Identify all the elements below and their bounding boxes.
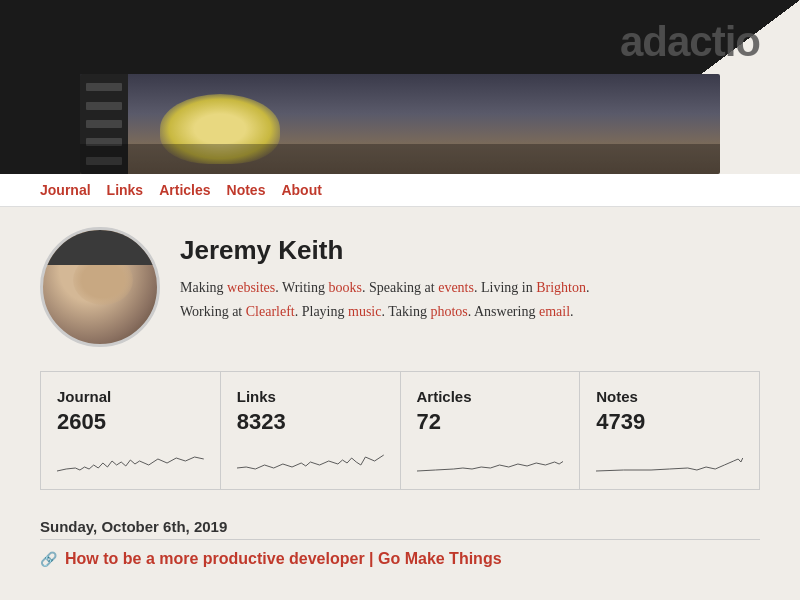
link-icon: 🔗 (40, 551, 57, 568)
stat-value-links: 8323 (237, 409, 384, 435)
bio-text-9: . Answering (468, 304, 539, 319)
filmstrip-hole (86, 83, 122, 91)
nav-journal[interactable]: Journal (40, 182, 91, 198)
bio-link-events[interactable]: events (438, 280, 474, 295)
bio-link-music[interactable]: music (348, 304, 381, 319)
bio-text-10: . (570, 304, 574, 319)
stat-label-notes: Notes (596, 388, 743, 405)
article-title-link[interactable]: How to be a more productive developer | … (65, 550, 502, 568)
profile-section: Jeremy Keith Making websites. Writing bo… (40, 227, 760, 347)
bio-link-brighton[interactable]: Brighton (536, 280, 586, 295)
bio-text-5: . (586, 280, 590, 295)
stat-card-journal: Journal 2605 (41, 372, 221, 490)
article-link-container: 🔗 How to be a more productive developer … (40, 550, 760, 568)
main-nav: Journal Links Articles Notes About (0, 174, 800, 207)
bio-link-books[interactable]: books (329, 280, 362, 295)
bio-link-clearleft[interactable]: Clearleft (246, 304, 295, 319)
bio-link-email[interactable]: email (539, 304, 570, 319)
filmstrip-hole (86, 102, 122, 110)
header: adactio (0, 0, 800, 174)
sparkline-links (237, 443, 384, 473)
nav-links[interactable]: Links (107, 182, 144, 198)
stat-value-articles: 72 (417, 409, 564, 435)
date-label: Sunday, October 6th, 2019 (40, 518, 760, 540)
stat-value-journal: 2605 (57, 409, 204, 435)
logo-text: adactio (620, 18, 760, 65)
stat-label-links: Links (237, 388, 384, 405)
nav-notes[interactable]: Notes (227, 182, 266, 198)
bio-text-4: . Living in (474, 280, 536, 295)
stat-card-articles: Articles 72 (401, 372, 581, 490)
stat-card-notes: Notes 4739 (580, 372, 760, 490)
stat-card-links: Links 8323 (221, 372, 401, 490)
nav-articles[interactable]: Articles (159, 182, 210, 198)
bio-text-6: Working at (180, 304, 246, 319)
main-content: Jeremy Keith Making websites. Writing bo… (0, 207, 800, 600)
sparkline-notes (596, 443, 743, 473)
bio-text-2: . Writing (275, 280, 328, 295)
date-section: Sunday, October 6th, 2019 🔗 How to be a … (40, 518, 760, 568)
avatar (40, 227, 160, 347)
stat-value-notes: 4739 (596, 409, 743, 435)
stat-label-journal: Journal (57, 388, 204, 405)
nav-about[interactable]: About (281, 182, 321, 198)
site-title: adactio (40, 10, 760, 74)
page-wrapper: adactio Journal Links Articles Notes Abo… (0, 0, 800, 600)
profile-name: Jeremy Keith (180, 235, 760, 266)
profile-info: Jeremy Keith Making websites. Writing bo… (180, 227, 760, 324)
filmstrip-hole (86, 120, 122, 128)
filmstrip-hole (86, 138, 122, 146)
bio-text-7: . Playing (295, 304, 348, 319)
hero-image (80, 74, 720, 174)
bio-text-3: . Speaking at (362, 280, 438, 295)
bio-text-1: Making (180, 280, 227, 295)
filmstrip-hole (86, 157, 122, 165)
bio-link-websites[interactable]: websites (227, 280, 275, 295)
sparkline-articles (417, 443, 564, 473)
bio-link-photos[interactable]: photos (430, 304, 467, 319)
stats-grid: Journal 2605 Links 8323 Articles 72 (40, 371, 760, 490)
profile-bio: Making websites. Writing books. Speaking… (180, 276, 760, 324)
filmstrip (80, 74, 128, 174)
stat-label-articles: Articles (417, 388, 564, 405)
bio-text-8: . Taking (381, 304, 430, 319)
sparkline-journal (57, 443, 204, 473)
